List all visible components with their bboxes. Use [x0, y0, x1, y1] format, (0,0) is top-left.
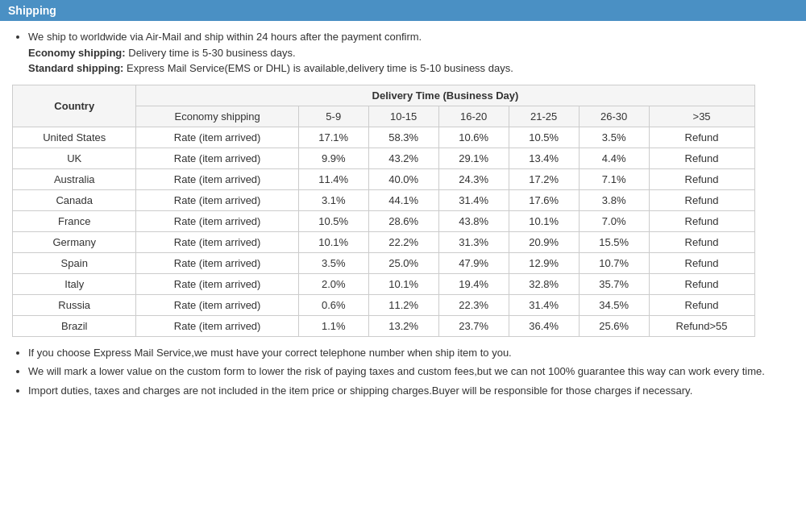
sub-header-6: >35	[649, 106, 754, 127]
data-cell: Refund	[649, 294, 754, 315]
data-cell: Rate (item arrived)	[136, 168, 298, 189]
data-cell: Refund	[649, 148, 754, 168]
data-cell: 4.4%	[579, 148, 649, 168]
data-cell: 31.4%	[509, 294, 579, 315]
economy-text: Delivery time is 5-30 business days.	[126, 47, 296, 59]
data-cell: 34.5%	[579, 294, 649, 315]
country-cell: United States	[13, 127, 136, 148]
data-cell: 25.0%	[368, 252, 438, 273]
data-cell: 12.9%	[509, 252, 579, 273]
footer-bullet-3: Import duties, taxes and charges are not…	[28, 383, 794, 399]
shipping-title: Shipping	[8, 4, 56, 17]
shipping-section: Shipping We ship to worldwide via Air-Ma…	[0, 0, 806, 414]
country-cell: Brazil	[13, 315, 136, 336]
country-cell: France	[13, 210, 136, 231]
table-row: ItalyRate (item arrived)2.0%10.1%19.4%32…	[13, 273, 755, 294]
data-cell: 10.5%	[298, 210, 368, 231]
data-cell: Rate (item arrived)	[136, 148, 298, 168]
country-cell: Spain	[13, 252, 136, 273]
data-cell: 40.0%	[368, 168, 438, 189]
footer-bullet-2: We will mark a lower value on the custom…	[28, 364, 794, 380]
data-cell: 22.2%	[368, 231, 438, 252]
footer-list: If you choose Express Mail Service,we mu…	[12, 345, 794, 399]
data-cell: 3.8%	[579, 189, 649, 210]
data-cell: 17.6%	[509, 189, 579, 210]
table-row: SpainRate (item arrived)3.5%25.0%47.9%12…	[13, 252, 755, 273]
table-row: RussiaRate (item arrived)0.6%11.2%22.3%3…	[13, 294, 755, 315]
data-cell: 36.4%	[509, 315, 579, 336]
data-cell: 7.1%	[579, 168, 649, 189]
country-cell: Russia	[13, 294, 136, 315]
intro-bullet-1: We ship to worldwide via Air-Mail and sh…	[28, 29, 794, 77]
data-cell: 35.7%	[579, 273, 649, 294]
sub-header-4: 21-25	[509, 106, 579, 127]
data-cell: 10.7%	[579, 252, 649, 273]
data-cell: 24.3%	[438, 168, 509, 189]
data-cell: Rate (item arrived)	[136, 294, 298, 315]
data-cell: 17.1%	[298, 127, 368, 148]
sub-header-5: 26-30	[579, 106, 649, 127]
intro-list: We ship to worldwide via Air-Mail and sh…	[12, 29, 794, 77]
data-cell: Rate (item arrived)	[136, 315, 298, 336]
shipping-body: We ship to worldwide via Air-Mail and sh…	[0, 21, 806, 414]
data-cell: Refund	[649, 168, 754, 189]
data-cell: 10.1%	[368, 273, 438, 294]
data-cell: 11.4%	[298, 168, 368, 189]
table-body: United StatesRate (item arrived)17.1%58.…	[13, 127, 755, 336]
table-row: AustraliaRate (item arrived)11.4%40.0%24…	[13, 168, 755, 189]
data-cell: 31.3%	[438, 231, 509, 252]
table-header-top: Country Delivery Time (Business Day)	[13, 85, 755, 106]
country-cell: Canada	[13, 189, 136, 210]
data-cell: 1.1%	[298, 315, 368, 336]
data-cell: 9.9%	[298, 148, 368, 168]
data-cell: Rate (item arrived)	[136, 189, 298, 210]
data-cell: 11.2%	[368, 294, 438, 315]
data-cell: 58.3%	[368, 127, 438, 148]
data-cell: Refund	[649, 231, 754, 252]
data-cell: 3.1%	[298, 189, 368, 210]
footer-bullet-1: If you choose Express Mail Service,we mu…	[28, 345, 794, 361]
table-row: CanadaRate (item arrived)3.1%44.1%31.4%1…	[13, 189, 755, 210]
shipping-header: Shipping	[0, 0, 806, 21]
data-cell: Rate (item arrived)	[136, 127, 298, 148]
country-header: Country	[13, 85, 136, 127]
sub-header-2: 10-15	[368, 106, 438, 127]
table-row: BrazilRate (item arrived)1.1%13.2%23.7%3…	[13, 315, 755, 336]
data-cell: 3.5%	[579, 127, 649, 148]
economy-label: Economy shipping:	[28, 47, 126, 59]
sub-header-3: 16-20	[438, 106, 509, 127]
data-cell: Refund	[649, 127, 754, 148]
country-cell: Germany	[13, 231, 136, 252]
data-cell: 2.0%	[298, 273, 368, 294]
data-cell: Refund	[649, 210, 754, 231]
data-cell: Refund>55	[649, 315, 754, 336]
data-cell: 32.8%	[509, 273, 579, 294]
data-cell: 29.1%	[438, 148, 509, 168]
table-row: GermanyRate (item arrived)10.1%22.2%31.3…	[13, 231, 755, 252]
data-cell: 19.4%	[438, 273, 509, 294]
sub-header-1: 5-9	[298, 106, 368, 127]
data-cell: 10.6%	[438, 127, 509, 148]
table-row: United StatesRate (item arrived)17.1%58.…	[13, 127, 755, 148]
data-cell: 15.5%	[579, 231, 649, 252]
data-cell: 10.1%	[509, 210, 579, 231]
data-cell: 3.5%	[298, 252, 368, 273]
data-cell: Rate (item arrived)	[136, 231, 298, 252]
data-cell: 43.8%	[438, 210, 509, 231]
data-cell: 0.6%	[298, 294, 368, 315]
data-cell: 13.4%	[509, 148, 579, 168]
data-cell: 28.6%	[368, 210, 438, 231]
data-cell: 20.9%	[509, 231, 579, 252]
data-cell: 44.1%	[368, 189, 438, 210]
sub-header-0: Economy shipping	[136, 106, 298, 127]
data-cell: Refund	[649, 273, 754, 294]
data-cell: Rate (item arrived)	[136, 273, 298, 294]
data-cell: 7.0%	[579, 210, 649, 231]
data-cell: Rate (item arrived)	[136, 252, 298, 273]
data-cell: 25.6%	[579, 315, 649, 336]
data-cell: 22.3%	[438, 294, 509, 315]
data-cell: 31.4%	[438, 189, 509, 210]
data-cell: 17.2%	[509, 168, 579, 189]
data-cell: Refund	[649, 189, 754, 210]
table-row: FranceRate (item arrived)10.5%28.6%43.8%…	[13, 210, 755, 231]
